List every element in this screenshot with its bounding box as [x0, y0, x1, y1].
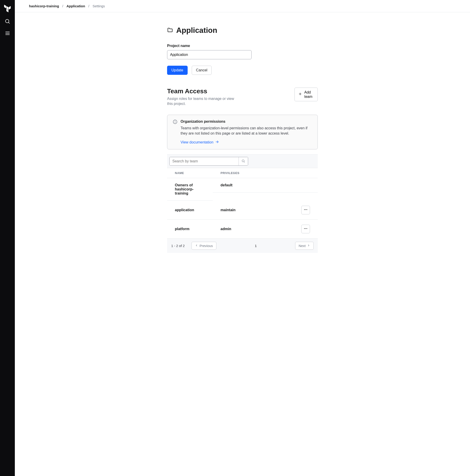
page-number: 1: [255, 244, 256, 248]
menu-icon[interactable]: [5, 31, 10, 36]
folder-icon: [167, 27, 173, 34]
table-row: applicationmaintain: [167, 201, 318, 220]
svg-line-12: [244, 161, 245, 162]
svg-point-9: [175, 121, 175, 121]
col-name: NAME: [167, 168, 213, 178]
svg-point-14: [306, 209, 306, 210]
search-icon[interactable]: [5, 19, 10, 24]
next-label: Next: [299, 244, 306, 248]
previous-button[interactable]: Previous: [192, 242, 216, 250]
table-row: Owners of hashicorp-trainingdefault: [167, 178, 318, 201]
team-search-input[interactable]: [170, 157, 238, 165]
svg-line-1: [8, 22, 10, 23]
pagination: 1 - 2 of 2 Previous 1 Next: [167, 238, 318, 253]
page-title: Application: [176, 26, 217, 35]
chevron-right-icon: [307, 244, 310, 248]
chevron-left-icon: [195, 244, 198, 248]
info-title: Organization permissions: [181, 119, 312, 124]
svg-point-18: [307, 228, 307, 229]
info-icon: [173, 119, 177, 145]
team-priv-cell: admin: [213, 220, 318, 238]
add-team-button[interactable]: Add team: [294, 87, 318, 101]
svg-point-13: [304, 209, 305, 210]
team-name-cell: application: [167, 201, 213, 220]
table-row: platformadmin: [167, 220, 318, 238]
breadcrumb-org[interactable]: hashicorp-training: [29, 4, 59, 8]
sidebar: [0, 0, 15, 476]
breadcrumb-sep: /: [62, 4, 63, 8]
team-name-cell: Owners of hashicorp-training: [167, 178, 213, 201]
view-documentation-link[interactable]: View documentation: [181, 140, 219, 145]
update-button[interactable]: Update: [167, 66, 188, 75]
privilege-value: maintain: [220, 208, 235, 212]
row-more-button[interactable]: [301, 225, 310, 233]
privilege-value: default: [220, 183, 232, 187]
doc-link-label: View documentation: [181, 140, 214, 144]
main: hashicorp-training / Application / Setti…: [15, 0, 470, 476]
svg-point-15: [307, 209, 307, 210]
svg-point-11: [242, 160, 244, 162]
terraform-logo-icon[interactable]: [4, 5, 11, 12]
next-button[interactable]: Next: [295, 242, 314, 250]
team-name-cell: platform: [167, 220, 213, 238]
svg-point-16: [304, 228, 305, 229]
more-horizontal-icon: [304, 207, 308, 212]
search-icon: [241, 159, 245, 164]
page-heading: Application: [167, 26, 318, 35]
col-privileges: PRIVILEGES: [213, 168, 318, 178]
svg-point-0: [5, 19, 9, 23]
team-search-button[interactable]: [238, 157, 248, 165]
team-priv-cell: default: [213, 178, 318, 192]
privilege-value: admin: [220, 227, 231, 231]
cancel-button[interactable]: Cancel: [192, 66, 212, 75]
svg-point-17: [306, 228, 306, 229]
team-access-heading: Team Access: [167, 87, 235, 95]
team-access-subtext: Assign roles for teams to manage or view…: [167, 96, 235, 106]
search-row: [167, 155, 318, 168]
team-table: NAME PRIVILEGES Owners of hashicorp-trai…: [167, 168, 318, 238]
project-name-label: Project name: [167, 44, 318, 48]
pagination-range: 1 - 2 of 2: [171, 244, 185, 248]
breadcrumb-sep: /: [88, 4, 89, 8]
info-body: Teams with organization-level permission…: [181, 125, 312, 136]
arrow-right-icon: [215, 140, 219, 145]
breadcrumb: hashicorp-training / Application / Setti…: [15, 0, 470, 12]
more-horizontal-icon: [304, 226, 308, 231]
row-more-button[interactable]: [301, 206, 310, 214]
breadcrumb-current: Settings: [92, 4, 105, 8]
project-name-input[interactable]: [167, 50, 252, 59]
info-box: Organization permissions Teams with orga…: [167, 115, 318, 149]
add-team-label: Add team: [304, 90, 314, 99]
team-priv-cell: maintain: [213, 201, 318, 220]
breadcrumb-project[interactable]: Application: [66, 4, 85, 8]
plus-icon: [298, 92, 302, 97]
previous-label: Previous: [199, 244, 213, 248]
